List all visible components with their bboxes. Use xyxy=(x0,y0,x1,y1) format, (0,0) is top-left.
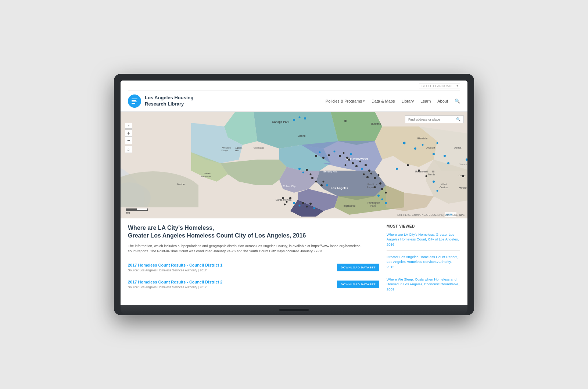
header-top-bar: SELECT LANGUAGE xyxy=(128,81,460,91)
svg-text:Encino: Encino xyxy=(298,135,306,137)
svg-point-92 xyxy=(302,172,304,174)
svg-text:Azusa: Azusa xyxy=(454,146,462,149)
svg-text:Culver City: Culver City xyxy=(283,185,296,188)
svg-point-90 xyxy=(313,207,315,209)
svg-point-83 xyxy=(289,197,291,199)
svg-text:Agoura: Agoura xyxy=(235,147,243,149)
header-main-row: Los Angeles Housing Research Library Pol… xyxy=(128,91,460,111)
svg-point-95 xyxy=(311,177,313,179)
most-viewed-link-1[interactable]: Greater Los Angeles Homeless Count Repor… xyxy=(387,254,460,269)
svg-point-74 xyxy=(379,182,381,185)
nav-data[interactable]: Data & Maps xyxy=(372,99,395,103)
svg-point-70 xyxy=(366,176,369,178)
svg-point-39 xyxy=(293,119,295,121)
svg-point-87 xyxy=(302,202,304,204)
svg-text:Pacific: Pacific xyxy=(204,172,211,175)
map-description: The information, which includes subpopul… xyxy=(128,243,379,254)
svg-point-69 xyxy=(363,174,365,175)
svg-point-79 xyxy=(381,199,383,200)
svg-point-89 xyxy=(309,203,312,205)
svg-point-86 xyxy=(299,205,301,207)
map-attribution: Esri, HERE, Garmin, NGA, USGS, NPS | Esr… xyxy=(397,214,465,216)
svg-point-66 xyxy=(361,168,363,170)
svg-text:Malibu: Malibu xyxy=(177,183,185,186)
main-content: Where are LA City's Homeless, Greater Lo… xyxy=(128,224,379,299)
svg-point-52 xyxy=(315,155,317,157)
language-select[interactable]: SELECT LANGUAGE xyxy=(419,83,460,89)
nav-about[interactable]: About xyxy=(437,99,448,103)
logo-area[interactable]: Los Angeles Housing Research Library xyxy=(128,94,193,108)
svg-text:Whittier: Whittier xyxy=(459,187,467,189)
svg-point-101 xyxy=(407,164,409,166)
most-viewed-link-0[interactable]: Where are LA City's Homeless, Greater Lo… xyxy=(387,232,460,247)
logo-text: Los Angeles Housing Research Library xyxy=(145,95,193,107)
dataset-item-1: 2017 Homeless Count Results - Council Di… xyxy=(128,276,379,293)
svg-point-54 xyxy=(322,157,325,159)
header-search-icon[interactable]: 🔍 xyxy=(455,99,460,104)
nav-learn[interactable]: Learn xyxy=(420,99,431,103)
svg-point-49 xyxy=(447,162,449,164)
map-zoom-in-button[interactable]: + xyxy=(125,129,132,137)
map-home-button[interactable]: ⌂ xyxy=(125,146,132,153)
svg-point-75 xyxy=(374,186,376,188)
svg-point-77 xyxy=(385,192,387,194)
download-button-1[interactable]: DOWNLOAD DATASET xyxy=(337,281,379,288)
map-container[interactable]: Canoga Park Encino Burbank Glendale Paci… xyxy=(121,112,467,218)
most-viewed-link-2[interactable]: Where We Sleep: Costs when Homeless and … xyxy=(387,277,460,292)
svg-point-94 xyxy=(310,174,312,175)
nav-library[interactable]: Library xyxy=(401,99,414,103)
svg-point-55 xyxy=(328,154,330,156)
svg-point-82 xyxy=(286,201,288,203)
svg-point-40 xyxy=(304,117,306,119)
svg-point-76 xyxy=(381,188,383,190)
svg-point-62 xyxy=(352,162,354,164)
svg-text:Glendale: Glendale xyxy=(417,137,427,140)
main-nav: Policies & Programs Data & Maps Library … xyxy=(326,99,460,104)
svg-point-59 xyxy=(346,157,348,159)
svg-point-46 xyxy=(433,153,435,155)
map-controls: » + − ⌂ xyxy=(125,123,132,153)
svg-text:Arcadia: Arcadia xyxy=(426,146,435,149)
most-viewed-item-0: Where are LA City's Homeless, Greater Lo… xyxy=(387,232,460,251)
map-zoom-buttons: + − xyxy=(125,129,132,144)
svg-text:Huntington: Huntington xyxy=(368,201,380,204)
svg-text:Hills: Hills xyxy=(235,149,239,151)
svg-text:West: West xyxy=(441,183,447,186)
svg-point-42 xyxy=(344,120,347,122)
svg-text:Inglewood: Inglewood xyxy=(344,204,355,207)
map-svg: Canoga Park Encino Burbank Glendale Paci… xyxy=(121,112,467,218)
svg-text:Canoga Park: Canoga Park xyxy=(272,120,290,124)
map-search-input[interactable] xyxy=(408,118,456,121)
svg-point-98 xyxy=(323,181,325,183)
map-title: Where are LA City's Homeless, Greater Lo… xyxy=(128,224,379,240)
svg-point-85 xyxy=(293,202,295,204)
map-expand-button[interactable]: » xyxy=(125,123,132,129)
svg-text:Los Angeles: Los Angeles xyxy=(331,186,348,190)
dataset-source-1: Source: Los Angeles Homeless Services Au… xyxy=(128,285,333,289)
dataset-title-0[interactable]: 2017 Homeless Count Results - Council Di… xyxy=(128,263,333,267)
svg-text:Calabasas: Calabasas xyxy=(254,147,264,149)
svg-text:Park: Park xyxy=(370,204,376,207)
svg-point-57 xyxy=(339,155,341,157)
dataset-info-0: 2017 Homeless Count Results - Council Di… xyxy=(128,263,333,272)
scale-line xyxy=(126,208,148,211)
svg-point-100 xyxy=(396,168,398,170)
dataset-title-1[interactable]: 2017 Homeless Count Results - Council Di… xyxy=(128,280,333,284)
svg-point-48 xyxy=(444,155,446,157)
map-zoom-out-button[interactable]: − xyxy=(125,137,132,144)
svg-point-43 xyxy=(403,142,406,144)
content-area: Where are LA City's Homeless, Greater Lo… xyxy=(121,218,467,305)
svg-point-67 xyxy=(365,164,367,166)
nav-policies[interactable]: Policies & Programs xyxy=(326,99,365,103)
map-search-button[interactable]: 🔍 xyxy=(456,117,460,121)
svg-text:Rosemead: Rosemead xyxy=(415,170,428,173)
svg-point-47 xyxy=(437,142,438,144)
svg-point-44 xyxy=(414,147,416,150)
download-button-0[interactable]: DOWNLOAD DATASET xyxy=(337,264,379,271)
svg-point-99 xyxy=(326,184,328,186)
svg-text:Palisades: Palisades xyxy=(201,175,211,178)
svg-text:Covina: Covina xyxy=(440,186,448,189)
svg-point-58 xyxy=(343,152,345,154)
svg-point-102 xyxy=(418,169,420,172)
dataset-source-0: Source: Los Angeles Homeless Services Au… xyxy=(128,268,333,272)
